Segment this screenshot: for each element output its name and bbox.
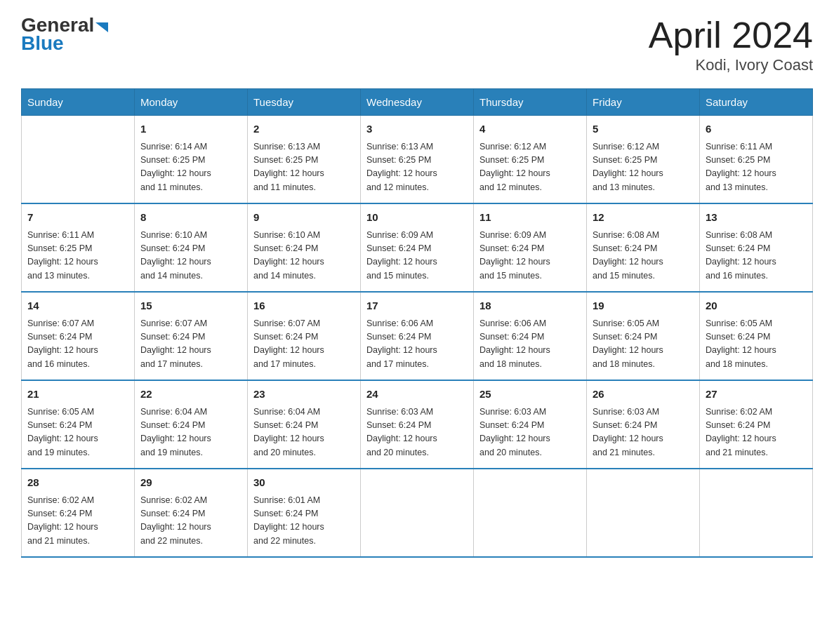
svg-marker-0 xyxy=(95,22,108,32)
day-number: 16 xyxy=(253,298,355,314)
day-of-week-header: Monday xyxy=(135,89,248,116)
day-info: Sunrise: 6:02 AM Sunset: 6:24 PM Dayligh… xyxy=(706,405,807,460)
day-info: Sunrise: 6:05 AM Sunset: 6:24 PM Dayligh… xyxy=(593,317,694,372)
day-number: 27 xyxy=(706,387,807,403)
day-info: Sunrise: 6:11 AM Sunset: 6:25 PM Dayligh… xyxy=(27,229,128,283)
logo: General Blue xyxy=(21,14,111,55)
day-of-week-header: Wednesday xyxy=(361,89,474,116)
calendar-cell: 8Sunrise: 6:10 AM Sunset: 6:24 PM Daylig… xyxy=(135,203,248,292)
day-number: 10 xyxy=(366,210,468,226)
calendar-cell: 16Sunrise: 6:07 AM Sunset: 6:24 PM Dayli… xyxy=(248,292,361,380)
calendar-cell xyxy=(22,116,135,204)
day-info: Sunrise: 6:11 AM Sunset: 6:25 PM Dayligh… xyxy=(706,140,807,195)
day-number: 13 xyxy=(706,210,807,226)
day-number: 19 xyxy=(593,298,694,314)
day-of-week-header: Tuesday xyxy=(248,89,361,116)
day-number: 26 xyxy=(593,387,694,403)
calendar-cell: 27Sunrise: 6:02 AM Sunset: 6:24 PM Dayli… xyxy=(700,380,813,469)
calendar-cell xyxy=(474,469,587,557)
day-number: 23 xyxy=(253,387,355,403)
calendar-cell: 14Sunrise: 6:07 AM Sunset: 6:24 PM Dayli… xyxy=(22,292,135,380)
day-number: 15 xyxy=(140,298,241,314)
calendar-cell: 23Sunrise: 6:04 AM Sunset: 6:24 PM Dayli… xyxy=(248,380,361,469)
page-header: General Blue April 2024 Kodi, Ivory Coas… xyxy=(21,14,813,74)
day-info: Sunrise: 6:13 AM Sunset: 6:25 PM Dayligh… xyxy=(366,140,468,195)
day-number: 17 xyxy=(366,298,468,314)
day-number: 30 xyxy=(253,475,355,491)
calendar-cell: 19Sunrise: 6:05 AM Sunset: 6:24 PM Dayli… xyxy=(587,292,700,380)
calendar-cell: 2Sunrise: 6:13 AM Sunset: 6:25 PM Daylig… xyxy=(248,116,361,204)
day-info: Sunrise: 6:08 AM Sunset: 6:24 PM Dayligh… xyxy=(706,229,807,283)
calendar-cell: 25Sunrise: 6:03 AM Sunset: 6:24 PM Dayli… xyxy=(474,380,587,469)
day-number: 29 xyxy=(140,475,241,491)
day-info: Sunrise: 6:10 AM Sunset: 6:24 PM Dayligh… xyxy=(253,229,355,283)
day-info: Sunrise: 6:09 AM Sunset: 6:24 PM Dayligh… xyxy=(479,229,581,283)
page-title: April 2024 xyxy=(649,14,813,56)
day-info: Sunrise: 6:12 AM Sunset: 6:25 PM Dayligh… xyxy=(479,140,581,195)
calendar-cell: 18Sunrise: 6:06 AM Sunset: 6:24 PM Dayli… xyxy=(474,292,587,380)
day-info: Sunrise: 6:02 AM Sunset: 6:24 PM Dayligh… xyxy=(27,494,128,549)
day-number: 7 xyxy=(27,210,128,226)
day-info: Sunrise: 6:10 AM Sunset: 6:24 PM Dayligh… xyxy=(140,229,241,283)
day-number: 2 xyxy=(253,121,355,137)
calendar-table: SundayMondayTuesdayWednesdayThursdayFrid… xyxy=(21,88,813,558)
day-info: Sunrise: 6:13 AM Sunset: 6:25 PM Dayligh… xyxy=(253,140,355,195)
day-number: 28 xyxy=(27,475,128,491)
day-info: Sunrise: 6:12 AM Sunset: 6:25 PM Dayligh… xyxy=(593,140,694,195)
day-of-week-header: Thursday xyxy=(474,89,587,116)
calendar-cell: 12Sunrise: 6:08 AM Sunset: 6:24 PM Dayli… xyxy=(587,203,700,292)
day-info: Sunrise: 6:06 AM Sunset: 6:24 PM Dayligh… xyxy=(479,317,581,372)
calendar-cell: 11Sunrise: 6:09 AM Sunset: 6:24 PM Dayli… xyxy=(474,203,587,292)
day-info: Sunrise: 6:05 AM Sunset: 6:24 PM Dayligh… xyxy=(27,405,128,460)
calendar-cell: 22Sunrise: 6:04 AM Sunset: 6:24 PM Dayli… xyxy=(135,380,248,469)
calendar-cell: 9Sunrise: 6:10 AM Sunset: 6:24 PM Daylig… xyxy=(248,203,361,292)
day-info: Sunrise: 6:09 AM Sunset: 6:24 PM Dayligh… xyxy=(366,229,468,283)
calendar-cell: 4Sunrise: 6:12 AM Sunset: 6:25 PM Daylig… xyxy=(474,116,587,204)
calendar-cell: 10Sunrise: 6:09 AM Sunset: 6:24 PM Dayli… xyxy=(361,203,474,292)
day-info: Sunrise: 6:08 AM Sunset: 6:24 PM Dayligh… xyxy=(593,229,694,283)
day-number: 4 xyxy=(479,121,581,137)
day-number: 12 xyxy=(593,210,694,226)
day-number: 9 xyxy=(253,210,355,226)
day-info: Sunrise: 6:01 AM Sunset: 6:24 PM Dayligh… xyxy=(253,494,355,549)
day-number: 20 xyxy=(706,298,807,314)
day-info: Sunrise: 6:07 AM Sunset: 6:24 PM Dayligh… xyxy=(140,317,241,372)
day-number: 6 xyxy=(706,121,807,137)
day-info: Sunrise: 6:03 AM Sunset: 6:24 PM Dayligh… xyxy=(366,405,468,460)
calendar-cell: 7Sunrise: 6:11 AM Sunset: 6:25 PM Daylig… xyxy=(22,203,135,292)
calendar-cell: 13Sunrise: 6:08 AM Sunset: 6:24 PM Dayli… xyxy=(700,203,813,292)
day-info: Sunrise: 6:05 AM Sunset: 6:24 PM Dayligh… xyxy=(706,317,807,372)
day-of-week-header: Saturday xyxy=(700,89,813,116)
day-info: Sunrise: 6:04 AM Sunset: 6:24 PM Dayligh… xyxy=(253,405,355,460)
day-number: 22 xyxy=(140,387,241,403)
day-of-week-header: Sunday xyxy=(22,89,135,116)
calendar-cell: 20Sunrise: 6:05 AM Sunset: 6:24 PM Dayli… xyxy=(700,292,813,380)
day-number: 11 xyxy=(479,210,581,226)
calendar-cell xyxy=(361,469,474,557)
day-info: Sunrise: 6:07 AM Sunset: 6:24 PM Dayligh… xyxy=(27,317,128,372)
calendar-cell: 1Sunrise: 6:14 AM Sunset: 6:25 PM Daylig… xyxy=(135,116,248,204)
day-of-week-header: Friday xyxy=(587,89,700,116)
day-number: 1 xyxy=(140,121,241,137)
day-info: Sunrise: 6:02 AM Sunset: 6:24 PM Dayligh… xyxy=(140,494,241,549)
day-number: 18 xyxy=(479,298,581,314)
calendar-cell: 21Sunrise: 6:05 AM Sunset: 6:24 PM Dayli… xyxy=(22,380,135,469)
day-info: Sunrise: 6:04 AM Sunset: 6:24 PM Dayligh… xyxy=(140,405,241,460)
day-number: 21 xyxy=(27,387,128,403)
calendar-cell: 3Sunrise: 6:13 AM Sunset: 6:25 PM Daylig… xyxy=(361,116,474,204)
calendar-cell xyxy=(700,469,813,557)
calendar-cell: 5Sunrise: 6:12 AM Sunset: 6:25 PM Daylig… xyxy=(587,116,700,204)
calendar-cell: 6Sunrise: 6:11 AM Sunset: 6:25 PM Daylig… xyxy=(700,116,813,204)
day-number: 25 xyxy=(479,387,581,403)
calendar-cell: 24Sunrise: 6:03 AM Sunset: 6:24 PM Dayli… xyxy=(361,380,474,469)
day-info: Sunrise: 6:14 AM Sunset: 6:25 PM Dayligh… xyxy=(140,140,241,195)
calendar-cell: 30Sunrise: 6:01 AM Sunset: 6:24 PM Dayli… xyxy=(248,469,361,557)
day-number: 24 xyxy=(366,387,468,403)
calendar-cell: 29Sunrise: 6:02 AM Sunset: 6:24 PM Dayli… xyxy=(135,469,248,557)
calendar-cell: 17Sunrise: 6:06 AM Sunset: 6:24 PM Dayli… xyxy=(361,292,474,380)
calendar-cell: 15Sunrise: 6:07 AM Sunset: 6:24 PM Dayli… xyxy=(135,292,248,380)
calendar-cell: 26Sunrise: 6:03 AM Sunset: 6:24 PM Dayli… xyxy=(587,380,700,469)
day-number: 5 xyxy=(593,121,694,137)
title-block: April 2024 Kodi, Ivory Coast xyxy=(649,14,813,74)
day-info: Sunrise: 6:03 AM Sunset: 6:24 PM Dayligh… xyxy=(593,405,694,460)
